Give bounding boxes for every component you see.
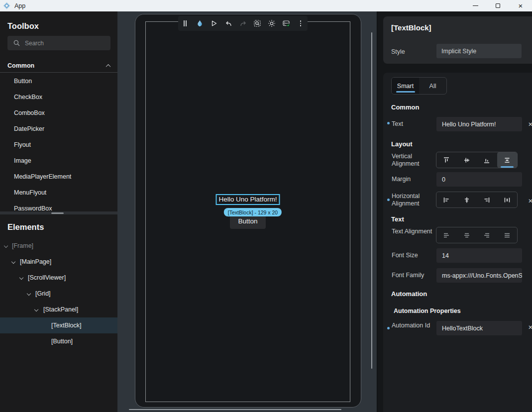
font-family-label: Font Family [392, 272, 433, 279]
tab-smart[interactable]: Smart [392, 78, 419, 94]
margin-input[interactable] [436, 172, 522, 187]
minimize-button[interactable] [468, 0, 483, 11]
text-align-right-icon [483, 231, 491, 239]
maximize-button[interactable] [490, 0, 505, 11]
theme-toggle-button[interactable] [268, 19, 276, 28]
valign-top-icon [442, 156, 450, 164]
toolbox-item-mediaplayerelement[interactable]: MediaPlayerElement [0, 169, 117, 185]
section-common: Common [391, 103, 419, 111]
chevron-up-icon [106, 64, 111, 69]
text-align-center-icon [463, 231, 471, 239]
drag-handle[interactable] [181, 19, 190, 28]
section-text: Text [391, 215, 404, 223]
inspect-button[interactable] [253, 19, 262, 28]
halign-right-button[interactable] [477, 192, 497, 207]
style-input[interactable] [436, 44, 522, 58]
selection-size-badge: [TextBlock] - 129 x 20 [224, 208, 282, 216]
chevron-down-icon[interactable] [19, 276, 23, 280]
text-align-justify-button[interactable] [497, 227, 518, 243]
inspect-icon [253, 19, 261, 27]
toolbox-item-checkbox[interactable]: CheckBox [0, 89, 117, 105]
halign-property-options-icon[interactable]: ✕ [528, 198, 532, 205]
toolbox-title: Toolbox [7, 21, 39, 31]
text-align-left-icon [442, 231, 450, 239]
redo-icon [239, 20, 247, 27]
elements-tree: [Frame] [MainPage] [ScrollViewer] [Grid]… [0, 238, 117, 349]
valign-center-button[interactable] [457, 152, 477, 168]
tree-node-stackpanel[interactable]: [StackPanel] [0, 302, 117, 317]
selected-indicator [501, 166, 514, 168]
drag-handle-icon [184, 20, 187, 26]
valign-stretch-button-selected[interactable] [497, 152, 518, 168]
toolbox-item-datepicker[interactable]: DatePicker [0, 121, 117, 137]
more-options-button[interactable] [297, 19, 305, 28]
toolbox-scrollbar-thumb[interactable] [51, 212, 64, 214]
play-button[interactable] [210, 19, 218, 28]
text-label: Text [392, 120, 433, 128]
font-family-input[interactable] [436, 268, 522, 283]
text-input[interactable] [436, 117, 522, 131]
diagnostics-check-icon [282, 19, 291, 27]
toolbox-item-flyout[interactable]: Flyout [0, 137, 117, 153]
tab-all[interactable]: All [419, 78, 446, 94]
property-row-margin: Margin [383, 172, 532, 187]
halign-stretch-button[interactable] [497, 192, 518, 207]
toolbox-search[interactable] [7, 36, 110, 50]
vertical-alignment-label: Vertical Alignment [392, 153, 433, 168]
text-property-options-icon[interactable]: ✕ [528, 121, 532, 128]
tree-node-button[interactable]: [Button] [0, 333, 117, 349]
text-align-right-button[interactable] [477, 227, 497, 243]
chevron-down-icon[interactable] [4, 244, 8, 248]
automationid-property-options-icon[interactable]: ✕ [528, 324, 532, 331]
text-align-center-button[interactable] [457, 227, 477, 243]
chevron-down-icon[interactable] [11, 260, 15, 264]
text-align-left-button[interactable] [436, 227, 457, 243]
search-input[interactable] [25, 40, 100, 47]
text-align-justify-icon [503, 231, 511, 239]
diagnostics-button[interactable] [282, 19, 291, 28]
app-logo-icon [3, 2, 10, 9]
text-alignment-group [436, 227, 518, 243]
chevron-down-icon[interactable] [34, 308, 38, 311]
halign-left-button[interactable] [436, 192, 457, 207]
active-tab-indicator [396, 91, 415, 93]
valign-stretch-icon [503, 156, 511, 164]
canvas-horizontal-scrollbar[interactable] [129, 409, 341, 410]
font-size-input[interactable] [436, 248, 522, 263]
toolbox-item-combobox[interactable]: ComboBox [0, 105, 117, 121]
canvas-vertical-scrollbar[interactable] [371, 32, 372, 369]
more-icon [300, 20, 301, 26]
canvas-textblock-selected[interactable]: Hello Uno Platform! [215, 194, 280, 205]
tree-node-scrollviewer[interactable]: [ScrollViewer] [0, 270, 117, 286]
horizontal-alignment-label: Horizontal Alignment [392, 193, 433, 207]
property-row-text-alignment: Text Alignment [383, 227, 532, 243]
window-titlebar: App × [0, 0, 532, 11]
modified-dot-icon [387, 122, 390, 124]
undo-button[interactable] [224, 19, 233, 28]
valign-bottom-button[interactable] [477, 152, 497, 168]
toolbox-section-common[interactable]: Common [7, 61, 110, 70]
redo-button[interactable] [239, 19, 247, 28]
tree-node-grid[interactable]: [Grid] [0, 286, 117, 302]
tree-node-mainpage[interactable]: [MainPage] [0, 254, 117, 270]
properties-panel: [TextBlock] Style Smart All Common Text … [377, 11, 532, 412]
designer-toolbar [178, 16, 308, 31]
tree-node-frame[interactable]: [Frame] [0, 238, 117, 254]
valign-top-button[interactable] [436, 152, 457, 168]
toolbox-item-menuflyout[interactable]: MenuFlyout [0, 185, 117, 201]
halign-center-button[interactable] [457, 192, 477, 207]
toolbox-item-image[interactable]: Image [0, 153, 117, 169]
toolbox-item-button[interactable]: Button [0, 73, 117, 89]
automation-id-input[interactable] [436, 321, 522, 335]
vertical-alignment-group [436, 152, 518, 168]
close-button[interactable]: × [513, 0, 528, 11]
elements-title: Elements [7, 222, 44, 232]
property-row-font-size: Font Size [383, 248, 532, 263]
chevron-down-icon[interactable] [27, 292, 31, 296]
search-icon [13, 40, 20, 46]
app-window: { "colors": { "accent": "#64a9da", "sele… [0, 0, 532, 412]
left-sidebar: Toolbox Common Button CheckBox ComboBox … [0, 11, 117, 412]
hot-reload-button[interactable] [196, 19, 204, 28]
tree-node-textblock-selected[interactable]: [TextBlock] [0, 317, 117, 333]
toolbox-scrollbar-track [0, 211, 117, 214]
